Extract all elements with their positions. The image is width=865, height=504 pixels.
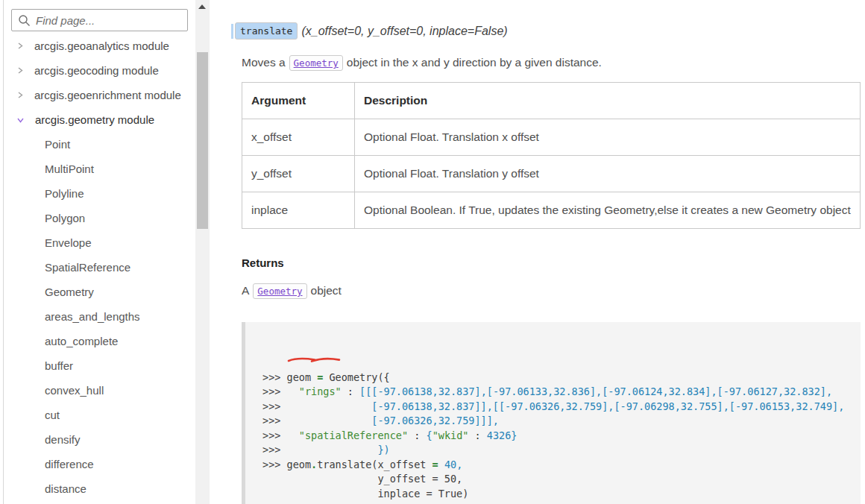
code-token: >>> <box>262 415 287 426</box>
code-token <box>287 385 299 397</box>
method-signature: (x_offset=0, y_offset=0, inplace=False) <box>301 25 507 38</box>
code-token <box>438 459 444 470</box>
code-line: >>> geom = Geometry({ <box>262 371 861 385</box>
code-example-block[interactable]: >>> geom = Geometry({>>> "rings" : [[[-9… <box>242 322 861 504</box>
argument-cell: inplace <box>242 192 355 229</box>
argument-cell: x_offset <box>242 119 355 156</box>
code-token: >>> <box>262 371 287 383</box>
code-line: >>> "spatialReference" : {"wkid" : 4326} <box>262 429 861 444</box>
code-token: >>> <box>262 444 287 456</box>
description-cell: Optional Boolean. If True, updates the e… <box>355 192 861 229</box>
geometry-link[interactable]: Geometry <box>289 55 343 71</box>
code-token: >>> <box>262 385 287 397</box>
method-signature-row: translate (x_offset=0, y_offset=0, inpla… <box>242 0 865 40</box>
code-token: Geometry({ <box>323 371 389 383</box>
code-line: y_offset = 50, <box>262 472 861 487</box>
table-row: x_offset Optional Float. Translation x o… <box>242 119 861 156</box>
table-row: y_offset Optional Float. Translation y o… <box>242 156 861 192</box>
returns-prefix: A <box>242 284 249 297</box>
code-token: "wkid" <box>432 429 469 441</box>
description-column-header: Description <box>355 83 861 119</box>
code-token <box>287 415 372 426</box>
code-token: >>> <box>262 400 287 412</box>
code-line: >>> }) <box>262 443 861 458</box>
code-token: 4326} <box>487 429 518 441</box>
app-window: Find page... arcgis.geoanalytics module … <box>0 0 865 504</box>
code-line: >>> [-97.06326,32.759]]], <box>262 414 861 429</box>
description-cell: Optional Float. Translation y offset <box>355 156 861 192</box>
sidebar-scrollbar[interactable] <box>195 0 210 504</box>
sidebar-sub-item[interactable]: areas_and_lengths <box>4 304 195 329</box>
code-token: [[[-97.06138,32.837],[-97.06133,32.836],… <box>359 385 832 397</box>
sidebar-module-item[interactable]: arcgis.geocoding module <box>4 58 195 83</box>
scroll-up-arrow-icon[interactable] <box>198 4 206 9</box>
code-token <box>287 400 372 412</box>
sidebar-sub-item[interactable]: convex_hull <box>4 378 195 403</box>
sidebar-sub-item[interactable]: cut <box>4 403 195 427</box>
arguments-table: Argument Description x_offset Optional F… <box>242 82 861 229</box>
code-token: "spatialReference" <box>299 429 408 441</box>
search-placeholder: Find page... <box>36 14 95 27</box>
chevron-right-icon <box>16 42 24 50</box>
code-token: : <box>342 385 359 397</box>
sidebar-sub-item[interactable]: Geometry <box>4 280 195 304</box>
sidebar-sub-item[interactable]: SpatialReference <box>4 255 195 280</box>
code-line: >>> "rings" : [[[-97.06138,32.837],[-97.… <box>262 385 861 400</box>
code-token: . <box>311 459 317 470</box>
sidebar-sub-item[interactable]: MultiPoint <box>4 157 195 181</box>
code-token: "rings" <box>299 385 342 397</box>
module-label: arcgis.geometry module <box>35 113 154 126</box>
chevron-right-icon <box>16 66 24 75</box>
method-name-code: translate <box>235 22 298 40</box>
table-header-row: Argument Description <box>242 83 861 119</box>
returns-line: AGeometryobject <box>242 284 865 297</box>
chevron-right-icon <box>16 91 24 99</box>
code-token: : <box>408 429 426 441</box>
code-line: >>> [-97.06138,32.837]],[[-97.06326,32.7… <box>262 400 861 415</box>
code-token: >>> <box>262 429 287 441</box>
description-suffix: object in the x and y direction by a giv… <box>347 56 602 69</box>
code-token: { <box>426 429 432 441</box>
code-token: : <box>468 429 486 441</box>
sidebar-sub-item[interactable]: densify <box>4 427 195 452</box>
code-line: >>> geom.translate(x_offset = 40, <box>262 458 861 473</box>
code-token: inplace = True) <box>262 488 468 500</box>
scrollbar-thumb[interactable] <box>197 52 208 229</box>
code-token: [-97.06326,32.759]]], <box>371 415 499 426</box>
code-token: = <box>432 459 438 470</box>
code-token: translate(x_offset <box>317 459 432 470</box>
sidebar-sub-item[interactable]: distance <box>4 476 195 501</box>
chevron-down-icon <box>16 116 25 124</box>
module-label: arcgis.geocoding module <box>34 64 159 77</box>
sidebar-module-item[interactable]: arcgis.geoenrichment module <box>4 83 195 107</box>
module-label: arcgis.geoanalytics module <box>34 40 169 52</box>
code-token <box>287 444 378 456</box>
module-nav: arcgis.geoanalytics module arcgis.geocod… <box>4 34 195 501</box>
sidebar-module-item[interactable]: arcgis.geoanalytics module <box>4 34 195 58</box>
sidebar-sub-item[interactable]: Point <box>4 132 195 157</box>
geometry-return-link[interactable]: Geometry <box>253 283 306 299</box>
returns-heading: Returns <box>242 256 865 269</box>
search-input[interactable]: Find page... <box>11 9 188 31</box>
method-description: Moves aGeometryobject in the x and y dir… <box>242 56 865 69</box>
code-token: geom <box>287 371 318 383</box>
search-icon <box>18 14 31 27</box>
code-token <box>287 429 299 441</box>
red-underline-annotation <box>287 355 347 364</box>
sidebar: Find page... arcgis.geoanalytics module … <box>3 0 195 504</box>
sidebar-sub-item[interactable]: Polygon <box>4 206 195 230</box>
sidebar-sub-item[interactable]: Polyline <box>4 181 195 206</box>
sidebar-sub-item[interactable]: buffer <box>4 353 195 378</box>
code-line: inplace = True) <box>262 487 861 502</box>
code-token: }) <box>377 444 389 456</box>
table-row: inplace Optional Boolean. If True, updat… <box>242 192 861 229</box>
sidebar-sub-item[interactable]: auto_complete <box>4 329 195 353</box>
sidebar-sub-item[interactable]: Envelope <box>4 230 195 255</box>
sidebar-sub-item[interactable]: difference <box>4 452 195 476</box>
code-token: [-97.06138,32.837]],[[-97.06326,32.759],… <box>371 400 844 412</box>
description-prefix: Moves a <box>242 56 286 69</box>
code-token: 40, <box>444 459 462 470</box>
sidebar-module-item-expanded[interactable]: arcgis.geometry module <box>4 107 195 132</box>
selection-artifact <box>231 24 233 39</box>
code-token: y_offset = 50, <box>262 473 462 485</box>
